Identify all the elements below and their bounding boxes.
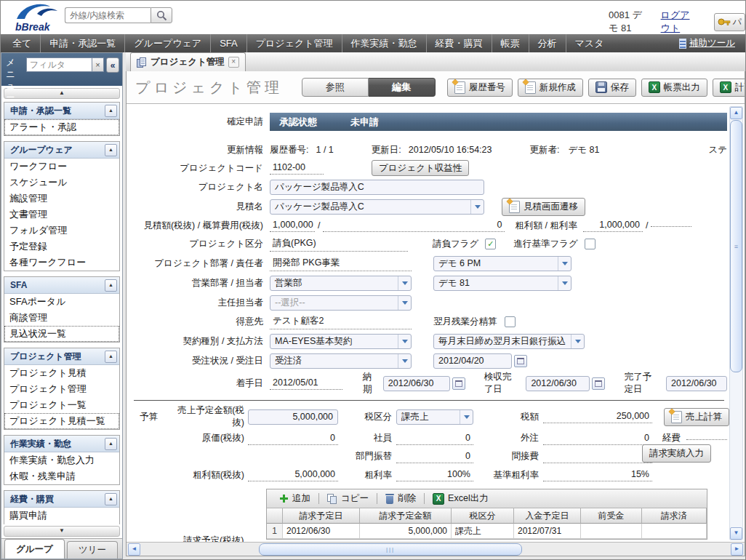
search-button[interactable]	[151, 7, 172, 23]
section-collapse-icon[interactable]: ▲	[105, 279, 117, 292]
sidebar-item[interactable]: プロジェクト一覧	[4, 397, 119, 413]
view-mode-button[interactable]: 参照	[302, 78, 369, 97]
filter-clear-button[interactable]: ×	[92, 57, 104, 72]
save-button[interactable]: 保存	[588, 79, 636, 97]
column-header[interactable]: 請求予定日	[283, 508, 360, 524]
sidebar-item[interactable]: 各種ワークフロー	[4, 255, 119, 271]
column-header[interactable]: 請求予定金額	[360, 508, 452, 524]
bbreak-logo[interactable]: bBreak	[15, 1, 68, 33]
horizontal-scrollbar[interactable]: ◄ ||| ►	[127, 542, 745, 556]
sidebar-item[interactable]: 休暇・残業申請	[4, 468, 119, 484]
project-name-input[interactable]: パッケージ製品導入C	[270, 180, 484, 195]
nav-item-6[interactable]: 経費・購買	[426, 34, 492, 52]
sidebar-item[interactable]: 文書管理	[4, 207, 119, 223]
sidebar-item[interactable]: 見込状況一覧	[4, 326, 119, 342]
sidebar-section-header[interactable]: グループウェア▲	[4, 142, 119, 159]
inspection-date-input[interactable]: 2012/06/30	[526, 376, 590, 391]
tab-close-icon[interactable]: ×	[228, 57, 239, 68]
sidebar-item[interactable]: プロジェクト見積一覧	[4, 413, 119, 429]
sales-dept-select[interactable]: 営業部	[270, 276, 412, 291]
delivery-date-input[interactable]: 2012/06/30	[383, 376, 450, 391]
sidebar-tab-group[interactable]: グループ	[4, 539, 65, 559]
sidebar-section-header[interactable]: 作業実績・勤怠▲	[4, 436, 119, 452]
history-number-button[interactable]: 履歴番号	[447, 79, 513, 97]
sidebar-item[interactable]: 経費申請	[4, 524, 119, 524]
scroll-left-arrow-icon[interactable]: ◄	[128, 543, 140, 556]
estimate-name-select[interactable]: パッケージ製品導入C	[270, 199, 484, 215]
estimate-screen-button[interactable]: 見積画面遷移	[502, 198, 585, 216]
sidebar-item[interactable]: ワークフロー	[4, 159, 119, 175]
chief-select[interactable]: --選択--	[270, 295, 412, 311]
nav-item-2[interactable]: グループウェア	[124, 34, 210, 52]
sidebar-item[interactable]: アラート・承認	[4, 119, 119, 135]
scroll-right-arrow-icon[interactable]: ►	[731, 543, 743, 556]
sidebar-section-header[interactable]: SFA▲	[4, 277, 119, 294]
sidebar-item[interactable]: 施設管理	[4, 191, 119, 207]
calendar-icon[interactable]	[514, 355, 527, 367]
edit-mode-button[interactable]: 編集	[369, 78, 436, 97]
password-button[interactable]: パ	[714, 13, 745, 31]
overtime-checkbox[interactable]	[505, 316, 516, 327]
order-date-input[interactable]: 2012/04/20	[433, 353, 512, 369]
contract-type-select[interactable]: MA-EYES基本契約	[270, 334, 412, 349]
sales-plan-input[interactable]: 5,000,000	[248, 409, 338, 425]
logout-link[interactable]: ログアウト	[661, 9, 695, 35]
nav-item-0[interactable]: 全て	[4, 34, 40, 52]
nav-item-9[interactable]: マスタ	[566, 34, 613, 52]
vertical-scrollbar[interactable]: ▲ ≡ ▼	[729, 106, 743, 540]
sidebar-section-header[interactable]: プロジェクト管理▲	[4, 348, 119, 365]
completion-date-input[interactable]: 2012/06/30	[666, 376, 727, 391]
horizontal-scroll-thumb[interactable]: |||	[259, 543, 522, 556]
content-tab[interactable]: プロジェクト管理 ×	[130, 52, 246, 71]
column-header[interactable]: 税区分	[452, 508, 514, 524]
sidebar-collapse-button[interactable]: «	[106, 57, 119, 73]
nav-item-5[interactable]: 作業実績・勤怠	[342, 34, 426, 52]
report-output-button[interactable]: 帳票出力	[641, 79, 707, 97]
sidebar-item[interactable]: フォルダ管理	[4, 223, 119, 239]
sidebar-item[interactable]: 購買申請	[4, 508, 119, 524]
sidebar-item[interactable]: 商談管理	[4, 310, 119, 326]
scroll-down-arrow-icon[interactable]: ▼	[730, 527, 742, 540]
create-new-button[interactable]: 新規作成	[518, 79, 583, 97]
vertical-scroll-thumb[interactable]: ≡	[730, 120, 742, 372]
progress-flag-checkbox[interactable]	[585, 239, 595, 249]
filter-input[interactable]	[26, 57, 92, 72]
sidebar-item[interactable]: プロジェクト見積	[4, 365, 119, 381]
calendar-icon[interactable]	[592, 377, 605, 390]
tax-class-select[interactable]: 課売上	[396, 409, 473, 425]
sidebar-section-header[interactable]: 申請・承認一覧▲	[4, 103, 119, 119]
helper-tool-link[interactable]: 補助ツール	[679, 34, 745, 52]
scroll-up-arrow-icon[interactable]: ▲	[730, 107, 742, 119]
sales-person-select[interactable]: デモ 81	[433, 276, 571, 291]
contract-flag-checkbox[interactable]	[485, 239, 496, 249]
delete-row-button[interactable]: 削除	[379, 492, 422, 505]
order-status-select[interactable]: 受注済	[270, 353, 412, 369]
billing-actual-input-button[interactable]: 請求実績入力	[642, 444, 711, 463]
section-collapse-icon[interactable]: ▲	[105, 105, 117, 117]
nav-item-1[interactable]: 申請・承認一覧	[40, 34, 124, 52]
nav-item-8[interactable]: 分析	[529, 34, 566, 52]
nav-item-3[interactable]: SFA	[210, 34, 246, 52]
profitability-button[interactable]: プロジェクト収益性	[372, 160, 469, 176]
add-row-button[interactable]: 追加	[273, 492, 317, 505]
sidebar-item[interactable]: 予定登録	[4, 239, 119, 255]
plan-output-button[interactable]: 計画書出力	[713, 79, 745, 97]
table-row[interactable]: 12012/06/305,000,000課売上2012/07/31	[267, 524, 707, 539]
sidebar-item[interactable]: SFAポータル	[4, 294, 119, 310]
column-header[interactable]: 請求済	[642, 508, 707, 524]
sidebar-section-header[interactable]: 経費・購買▲	[4, 491, 119, 508]
copy-row-button[interactable]: コピー	[321, 492, 375, 505]
column-header[interactable]: 入金予定日	[514, 508, 581, 524]
section-collapse-icon[interactable]: ▲	[105, 438, 117, 450]
section-collapse-icon[interactable]: ▲	[105, 144, 117, 156]
section-collapse-icon[interactable]: ▲	[105, 493, 117, 505]
manager-select[interactable]: デモ 6 PM	[433, 256, 571, 271]
nav-item-4[interactable]: プロジェクト管理	[246, 34, 342, 52]
sidebar-item[interactable]: スケジュール	[4, 175, 119, 191]
calendar-icon[interactable]	[452, 377, 465, 390]
sales-calc-button[interactable]: 売上計算	[664, 408, 729, 426]
payment-method-select[interactable]: 毎月末日締め翌月末日銀行振込	[433, 334, 585, 349]
phone-search-input[interactable]	[65, 7, 151, 23]
sidebar-item[interactable]: 作業実績・勤怠入力	[4, 452, 119, 468]
sidebar-tab-tree[interactable]: ツリー	[67, 541, 118, 559]
